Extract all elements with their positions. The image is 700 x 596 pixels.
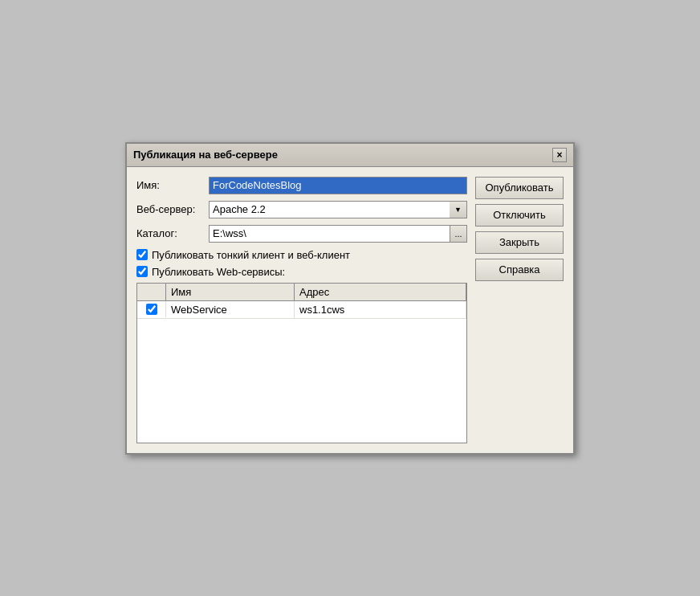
row-checkbox[interactable]	[146, 304, 157, 315]
name-input[interactable]	[209, 177, 467, 194]
row-name-cell: WebService	[166, 301, 295, 318]
title-bar: Публикация на веб-сервере ×	[127, 144, 573, 167]
thin-client-row: Публиковать тонкий клиент и веб-клиент	[136, 249, 467, 261]
catalog-input[interactable]	[209, 225, 450, 243]
table-col-name: Имя	[166, 284, 295, 300]
services-table: Имя Адрес WebService ws1.1cws	[136, 283, 467, 443]
row-address-cell: ws1.1cws	[295, 301, 466, 318]
table-body: WebService ws1.1cws	[137, 301, 466, 430]
right-panel: Опубликовать Отключить Закрыть Справка	[475, 177, 564, 443]
webservices-checkbox[interactable]	[136, 266, 148, 277]
table-col-address: Адрес	[295, 284, 466, 300]
row-check-cell	[137, 301, 166, 317]
webserver-select[interactable]: Apache 2.2	[209, 201, 467, 218]
catalog-row: Каталог: ...	[136, 225, 467, 243]
close-button[interactable]: Закрыть	[475, 231, 564, 254]
catalog-browse-button[interactable]: ...	[450, 225, 467, 243]
name-label: Имя:	[136, 179, 209, 191]
close-icon-btn[interactable]: ×	[552, 148, 567, 162]
publish-button[interactable]: Опубликовать	[475, 177, 564, 199]
dropdown-arrow-icon[interactable]: ▼	[450, 201, 467, 218]
dialog-window: Публикация на веб-сервере × Имя: Веб-сер…	[125, 142, 575, 455]
catalog-wrapper: ...	[209, 225, 467, 243]
disconnect-button[interactable]: Отключить	[475, 204, 564, 227]
webserver-dropdown-wrapper: Apache 2.2 ▼	[209, 201, 467, 218]
table-row[interactable]: WebService ws1.1cws	[137, 301, 466, 319]
catalog-label: Каталог:	[136, 227, 209, 239]
table-header: Имя Адрес	[137, 284, 466, 301]
dialog-content: Имя: Веб-сервер: Apache 2.2 ▼ Каталог:	[127, 167, 573, 453]
webserver-row: Веб-сервер: Apache 2.2 ▼	[136, 201, 467, 218]
help-button[interactable]: Справка	[475, 259, 564, 281]
dialog-title: Публикация на веб-сервере	[133, 149, 278, 161]
webservices-row: Публиковать Web-сервисы:	[136, 266, 467, 278]
thin-client-checkbox[interactable]	[136, 249, 148, 260]
thin-client-label: Публиковать тонкий клиент и веб-клиент	[152, 249, 350, 261]
webserver-label: Веб-сервер:	[136, 203, 209, 215]
table-col-check	[137, 284, 166, 300]
name-row: Имя:	[136, 177, 467, 194]
left-panel: Имя: Веб-сервер: Apache 2.2 ▼ Каталог:	[136, 177, 467, 443]
webservices-label: Публиковать Web-сервисы:	[152, 266, 285, 278]
